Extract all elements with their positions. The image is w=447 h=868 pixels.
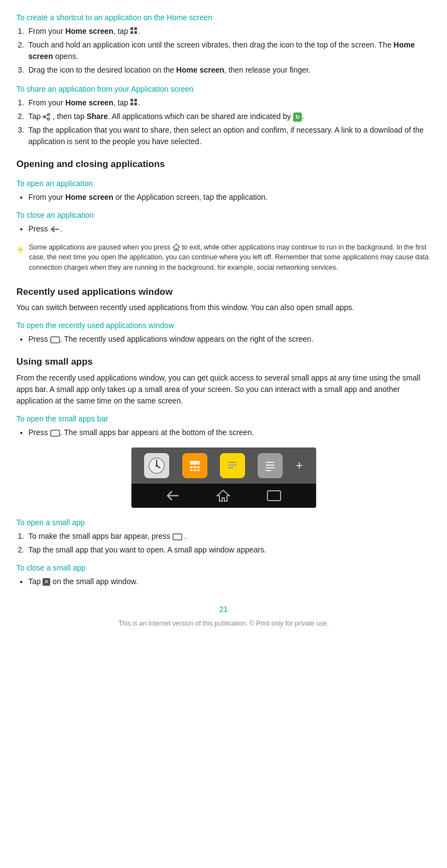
svg-rect-7 [134, 103, 137, 105]
open-small-rect-icon [172, 533, 182, 540]
x-close-icon: ✕ [43, 578, 50, 586]
share-app-section: To share an application from your Applic… [16, 84, 431, 147]
svg-rect-3 [134, 31, 137, 34]
svg-rect-28 [197, 469, 200, 471]
open-bar-item: Press . The small apps bar appears at th… [28, 427, 431, 438]
open-bar-heading: To open the small apps bar [16, 413, 431, 425]
step-3: Drag the icon to the desired location on… [26, 64, 431, 76]
open-small-step-1: To make the small apps bar appear, press… [26, 531, 431, 542]
small-apps-image: + [131, 447, 317, 508]
close-app-heading: To close an application [16, 210, 431, 221]
back-arrow-icon [50, 225, 60, 233]
tip-text: Some applications are paused when you pr… [29, 242, 431, 273]
svg-rect-2 [130, 31, 133, 34]
step-2: Touch and hold an application icon until… [26, 39, 431, 62]
calc-app-icon [182, 453, 207, 478]
svg-rect-22 [190, 461, 200, 465]
open-recent-heading: To open the recently used applications w… [16, 320, 431, 331]
close-small-app-heading: To close a small app [16, 562, 431, 574]
opening-closing-heading: Opening and closing applications [16, 157, 431, 171]
svg-rect-40 [267, 491, 281, 501]
nav-back-icon [165, 490, 181, 502]
svg-rect-1 [134, 27, 137, 30]
share-small-icon [43, 113, 50, 121]
home-screen-label2: Home screen [28, 40, 415, 61]
share-step-2: Tap , then tap Share. All applications w… [26, 111, 431, 122]
svg-rect-23 [190, 466, 193, 468]
opening-closing-section: Opening and closing applications To open… [16, 157, 431, 275]
close-app-list: Press . [28, 223, 431, 235]
home-screen-label4: Home screen [65, 98, 114, 107]
small-apps-top-bar: + [132, 448, 316, 484]
svg-rect-41 [173, 534, 182, 540]
nav-home-icon [216, 489, 230, 502]
svg-rect-30 [228, 462, 237, 463]
open-small-step-2: Tap the small app that you want to open.… [26, 544, 431, 556]
small-apps-bar-icon [50, 430, 60, 437]
clock-app-icon [144, 453, 169, 478]
svg-marker-14 [173, 244, 180, 251]
open-app-list: From your Home screen or the Application… [28, 192, 431, 203]
nav-recent-icon [266, 490, 282, 502]
green-share-icon: ↻ [293, 112, 302, 122]
page-number: 21 [16, 604, 431, 615]
open-app-item: From your Home screen or the Application… [28, 192, 431, 203]
svg-rect-4 [130, 99, 133, 102]
open-small-app-steps: To make the small apps bar appear, press… [26, 531, 431, 556]
note-app-icon [220, 453, 245, 478]
grid-icon [130, 27, 138, 35]
create-shortcut-steps: From your Home screen, tap . Touch and h… [26, 26, 431, 76]
recently-used-section: Recently used applications window You ca… [16, 285, 431, 346]
share-step-3: Tap the application that you want to sha… [26, 124, 431, 147]
svg-rect-5 [134, 99, 137, 102]
home-screen-label5: Home screen [65, 193, 114, 201]
share-step-1: From your Home screen, tap . [26, 97, 431, 109]
home-icon [172, 243, 180, 251]
close-small-app-list: Tap ✕ on the small app window. [28, 576, 431, 587]
open-small-app-heading: To open a small app [16, 517, 431, 528]
svg-rect-16 [51, 430, 59, 436]
svg-rect-35 [266, 465, 275, 466]
home-screen-label3: Home screen [176, 66, 224, 74]
grid-icon2 [130, 99, 138, 106]
open-recent-list: Press . The recently used applications w… [28, 334, 431, 345]
small-apps-bottom-bar [132, 484, 316, 508]
footer-text: This is an Internet version of this publ… [16, 619, 431, 628]
recently-used-heading: Recently used applications window [16, 285, 431, 299]
open-recent-item: Press . The recently used applications w… [28, 334, 431, 345]
svg-rect-36 [266, 467, 275, 468]
memo-app-icon [258, 453, 283, 478]
svg-rect-25 [197, 466, 200, 468]
create-shortcut-section: To create a shortcut to an application o… [16, 12, 431, 76]
home-screen-label: Home screen [65, 27, 114, 35]
svg-rect-6 [130, 103, 133, 105]
close-small-app-item: Tap ✕ on the small app window. [28, 576, 431, 587]
svg-rect-37 [266, 470, 271, 471]
svg-rect-32 [228, 467, 234, 468]
add-app-icon: + [296, 456, 303, 474]
recently-used-description: You can switch between recently used app… [16, 302, 431, 313]
small-apps-heading: Using small apps [16, 355, 431, 369]
svg-rect-27 [193, 469, 196, 471]
share-app-steps: From your Home screen, tap . Tap , then … [26, 97, 431, 147]
svg-marker-39 [217, 490, 229, 501]
small-apps-section: Using small apps From the recently used … [16, 355, 431, 587]
svg-rect-31 [228, 465, 237, 466]
tip-icon: ✳ [16, 243, 25, 258]
small-apps-description: From the recently used applications wind… [16, 372, 431, 407]
open-bar-list: Press . The small apps bar appears at th… [28, 427, 431, 438]
svg-rect-0 [130, 27, 133, 30]
svg-rect-26 [190, 469, 193, 471]
svg-rect-24 [193, 466, 196, 468]
tip-box: ✳ Some applications are paused when you … [16, 240, 431, 275]
share-label: Share [87, 112, 108, 121]
open-app-heading: To open an application [16, 178, 431, 189]
svg-rect-34 [266, 462, 275, 463]
svg-rect-15 [51, 337, 59, 343]
share-app-heading: To share an application from your Applic… [16, 84, 431, 95]
close-app-item: Press . [28, 223, 431, 235]
recent-apps-icon [50, 336, 60, 343]
step-1: From your Home screen, tap . [26, 26, 431, 37]
create-shortcut-heading: To create a shortcut to an application o… [16, 12, 431, 23]
